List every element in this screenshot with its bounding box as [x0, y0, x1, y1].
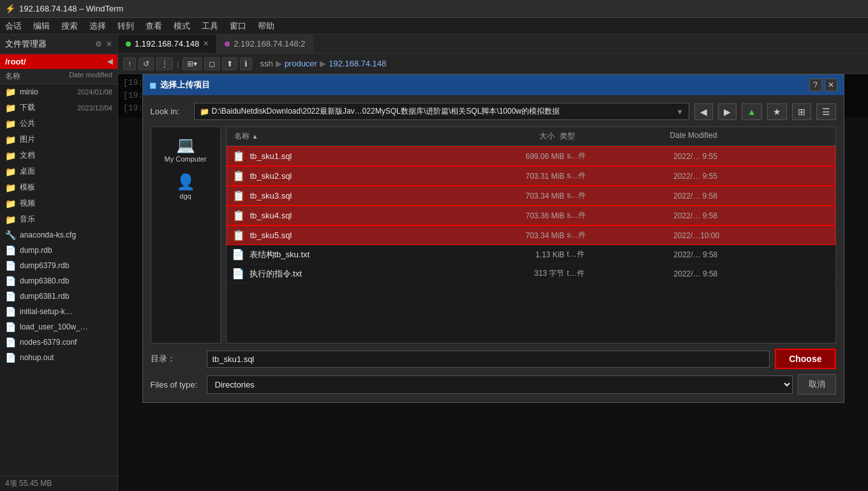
look-in-path-display: 📁 D:\BaiduNetdiskDownload\2022最新版Jav…022…	[194, 103, 689, 120]
menu-tools[interactable]: 工具	[202, 20, 218, 32]
dialog-controls: ? ✕	[809, 79, 837, 91]
close-sidebar-icon[interactable]: ✕	[106, 40, 112, 49]
dir-input[interactable]	[207, 351, 770, 368]
nav-star-btn[interactable]: ★	[767, 103, 787, 120]
window-btn[interactable]: ◻	[204, 57, 220, 70]
terminal-toolbar: ↑ ↺ ⋮ | ⊞▾ ◻ ⬆ ℹ ssh ▶ producer ▶ 192.16…	[118, 54, 868, 74]
cancel-button[interactable]: 取消	[798, 374, 836, 395]
list-item[interactable]: 📄 nodes-6379.conf	[0, 335, 117, 350]
grid-btn[interactable]: ⊞▾	[183, 57, 202, 70]
current-path: /root/	[5, 57, 26, 66]
list-item[interactable]: 🔧 anaconda-ks.cfg	[0, 227, 117, 243]
list-item[interactable]: 📁 音乐	[0, 211, 117, 227]
folder-icon: 📁	[5, 87, 16, 97]
dialog-file-item[interactable]: 📄 表结构tb_sku.txt 1.13 KiB t…件 2022/… 9:58	[227, 245, 835, 264]
list-item[interactable]: 📁 模板	[0, 179, 117, 195]
nav-back-btn[interactable]: ◀	[694, 103, 713, 120]
file-item-size: 1.13 KiB	[460, 250, 564, 259]
dialog-file-item[interactable]: 📄 执行的指令.txt 313 字节 t…件 2022/… 9:58	[227, 264, 835, 283]
nav-up-btn[interactable]: ↑	[123, 57, 136, 70]
sql-file-icon: 📋	[232, 209, 245, 222]
file-item-size: 703.31 MiB	[460, 172, 564, 181]
file-name: load_user_100w_…	[20, 322, 112, 331]
nav-grid-btn[interactable]: ⊞	[792, 103, 811, 120]
more-btn[interactable]: ⋮	[156, 57, 173, 70]
list-item[interactable]: 📁 下载 2023/12/04	[0, 100, 117, 116]
tab-session2[interactable]: 2.192.168.74.148:2	[217, 34, 313, 53]
file-name: 桌面	[20, 166, 112, 177]
dialog-file-item[interactable]: 📋 tb_sku5.sql 703.34 MiB s…件 2022/…10:00	[227, 225, 835, 245]
tab-label-2: 2.192.168.74.148:2	[234, 39, 305, 49]
info-btn[interactable]: ℹ	[240, 57, 252, 70]
files-of-type-select[interactable]: Directories	[207, 375, 793, 394]
place-user[interactable]: 👤 dgq	[154, 169, 218, 204]
list-item[interactable]: 📁 视频	[0, 195, 117, 211]
choose-button[interactable]: Choose	[775, 349, 835, 369]
file-item-type: s…件	[567, 190, 671, 201]
list-item[interactable]: 📄 initial-setup-k…	[0, 304, 117, 319]
dialog-file-item[interactable]: 📋 tb_sku1.sql 699.06 MiB s…件 2022/… 9:55	[227, 146, 835, 166]
list-item[interactable]: 📄 dump6380.rdb	[0, 273, 117, 289]
col-size-header[interactable]: 大小	[447, 130, 557, 143]
dialog-file-item[interactable]: 📋 tb_sku4.sql 703.36 MiB s…件 2022/… 9:58	[227, 206, 835, 225]
col-name-header[interactable]: 名称 ▲	[232, 130, 447, 143]
col-type-header[interactable]: 类型	[557, 130, 668, 143]
menu-search[interactable]: 搜索	[61, 20, 78, 32]
dialog-file-item[interactable]: 📋 tb_sku3.sql 703.34 MiB s…件 2022/… 9:58	[227, 186, 835, 206]
list-item[interactable]: 📁 minio 2024/01/08	[0, 84, 117, 100]
list-item[interactable]: 📁 桌面	[0, 163, 117, 179]
dialog-title-bar: ◼ 选择上传项目 ? ✕	[143, 75, 844, 95]
tab-session1[interactable]: 1.192.168.74.148 ✕	[118, 34, 217, 53]
dialog-file-item[interactable]: 📋 tb_sku2.sql 703.31 MiB s…件 2022/… 9:55	[227, 166, 835, 186]
col-name-label: 名称	[5, 71, 69, 82]
dropdown-arrow-icon[interactable]: ▼	[677, 108, 684, 116]
list-item[interactable]: 📄 dump.rdb	[0, 243, 117, 258]
file-item-size: 703.34 MiB	[460, 192, 564, 200]
dialog-help-btn[interactable]: ?	[809, 79, 822, 91]
menu-bar: 会话 编辑 搜索 选择 转到 查看 模式 工具 窗口 帮助	[0, 18, 868, 34]
list-item[interactable]: 📁 图片	[0, 132, 117, 147]
file-item-name: tb_sku3.sql	[250, 191, 458, 200]
folder-icon: 📁	[5, 103, 16, 113]
menu-mode[interactable]: 模式	[174, 20, 190, 32]
file-item-date: 2022/…10:00	[673, 231, 829, 240]
nav-list-btn[interactable]: ☰	[816, 103, 836, 120]
menu-huihua[interactable]: 会话	[5, 20, 22, 32]
sidebar-file-list: 📁 minio 2024/01/08 📁 下载 2023/12/04 📁 公共 …	[0, 84, 117, 476]
file-item-date: 2022/… 9:55	[673, 152, 829, 161]
menu-goto[interactable]: 转到	[117, 20, 134, 32]
col-date-header[interactable]: Date Modified	[667, 130, 830, 143]
file-item-size: 703.36 MiB	[460, 211, 564, 220]
file-item-size: 699.06 MiB	[460, 152, 564, 161]
list-item[interactable]: 📁 文档	[0, 147, 117, 163]
list-item[interactable]: 📄 nohup.out	[0, 350, 117, 365]
nav-up-dir-btn[interactable]: ▲	[742, 103, 762, 120]
menu-help[interactable]: 帮助	[258, 20, 274, 32]
menu-select[interactable]: 选择	[89, 20, 106, 32]
sql-file-icon: 📋	[232, 170, 245, 182]
menu-edit[interactable]: 编辑	[33, 20, 50, 32]
upload-btn[interactable]: ⬆	[222, 57, 237, 70]
path-nav-icon: ◀	[107, 57, 112, 66]
settings-icon[interactable]: ⚙	[95, 40, 102, 49]
menu-view[interactable]: 查看	[146, 20, 162, 32]
file-item-size: 313 字节	[460, 268, 564, 279]
breadcrumb-path: ssh ▶ producer ▶ 192.168.74.148	[260, 59, 386, 68]
menu-window[interactable]: 窗口	[230, 20, 246, 32]
tab-close-1[interactable]: ✕	[203, 40, 209, 48]
list-item[interactable]: 📄 dump6379.rdb	[0, 258, 117, 273]
list-item[interactable]: 📁 公共	[0, 116, 117, 132]
file-name: dump6380.rdb	[20, 276, 112, 285]
list-item[interactable]: 📄 load_user_100w_…	[0, 319, 117, 335]
nav-fwd-btn[interactable]: ▶	[718, 103, 737, 120]
refresh-btn[interactable]: ↺	[138, 57, 154, 70]
place-my-computer[interactable]: 💻 My Computer	[154, 132, 218, 167]
file-icon: 📄	[5, 291, 16, 301]
path-host: 192.168.74.148	[329, 59, 386, 68]
dialog-close-btn[interactable]: ✕	[825, 79, 837, 91]
path-arrow-2: ▶	[320, 59, 326, 68]
file-manager-sidebar: 文件管理器 ⚙ ✕ /root/ ◀ 名称 Date modified 📁 mi…	[0, 34, 118, 491]
dialog-title-text: 选择上传项目	[160, 79, 210, 91]
list-item[interactable]: 📄 dump6381.rdb	[0, 289, 117, 304]
file-icon: 📄	[5, 261, 16, 271]
